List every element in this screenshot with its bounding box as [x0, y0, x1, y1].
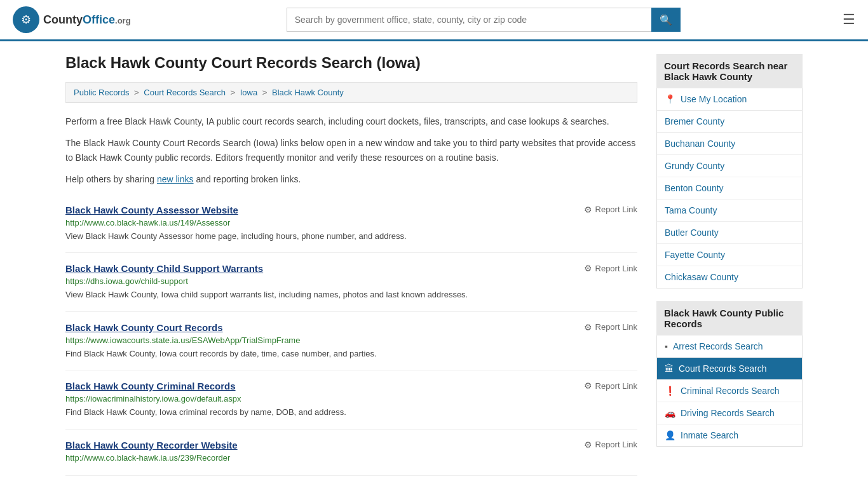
use-location-link[interactable]: 📍 Use My Location	[657, 88, 802, 110]
county-list: Bremer CountyBuchanan CountyGrundy Count…	[656, 111, 803, 288]
record-url: https://www.iowacourts.state.ia.us/ESAWe…	[65, 336, 637, 345]
hamburger-icon: ☰	[843, 11, 855, 27]
report-link[interactable]: ⚙ Report Link	[584, 322, 637, 332]
public-records-list: ▪ Arrest Records Search 🏛 Court Records …	[656, 336, 803, 447]
record-desc: View Black Hawk County, Iowa child suppo…	[65, 288, 637, 301]
public-record-item[interactable]: ❗ Criminal Records Search	[657, 380, 802, 402]
breadcrumb: Public Records > Court Records Search > …	[65, 82, 637, 103]
description-2: The Black Hawk County Court Records Sear…	[65, 136, 637, 165]
county-link[interactable]: Fayette County	[657, 244, 802, 266]
page-title: Black Hawk County Court Records Search (…	[65, 54, 637, 72]
report-label: Report Link	[595, 381, 637, 391]
report-link[interactable]: ⚙ Report Link	[584, 205, 637, 215]
site-header: ⚙ CountyOffice.org 🔍 ☰	[0, 0, 868, 41]
record-desc: Find Black Hawk County, Iowa court recor…	[65, 348, 637, 360]
breadcrumb-black-hawk[interactable]: Black Hawk County	[272, 88, 344, 97]
public-record-item[interactable]: 👤 Inmate Search	[657, 424, 802, 446]
public-record-link[interactable]: ▪ Arrest Records Search	[657, 336, 802, 357]
record-item: Black Hawk County Court Records ⚙ Report…	[65, 312, 637, 371]
record-desc: Find Black Hawk County, Iowa criminal re…	[65, 406, 637, 419]
report-link[interactable]: ⚙ Report Link	[584, 381, 637, 391]
record-url: https://iowacriminalhistory.iowa.gov/def…	[65, 394, 637, 403]
county-link[interactable]: Bremer County	[657, 111, 802, 132]
public-record-item[interactable]: ▪ Arrest Records Search	[657, 336, 802, 358]
record-item: Black Hawk County Criminal Records ⚙ Rep…	[65, 370, 637, 430]
public-record-link[interactable]: 👤 Inmate Search	[657, 424, 802, 446]
record-desc: View Black Hawk County Assessor home pag…	[65, 230, 637, 243]
county-list-item[interactable]: Benton County	[657, 177, 802, 200]
breadcrumb-iowa[interactable]: Iowa	[240, 88, 257, 97]
search-area: 🔍	[287, 8, 681, 32]
report-icon: ⚙	[584, 440, 592, 450]
sidebar-item-icon: ▪	[665, 341, 668, 351]
sidebar-item-icon: ❗	[665, 386, 675, 396]
county-link[interactable]: Tama County	[657, 200, 802, 221]
record-url: http://www.co.black-hawk.ia.us/149/Asses…	[65, 218, 637, 227]
public-record-link[interactable]: 🚗 Driving Records Search	[657, 402, 802, 424]
main-container: Black Hawk County Court Records Search (…	[53, 41, 815, 488]
nearby-title: Court Records Search near Black Hawk Cou…	[656, 54, 803, 88]
public-record-label: Criminal Records Search	[681, 386, 780, 396]
county-link[interactable]: Chickasaw County	[657, 266, 802, 288]
breadcrumb-public-records[interactable]: Public Records	[74, 88, 129, 97]
report-label: Report Link	[595, 322, 637, 332]
record-item: Black Hawk County Child Support Warrants…	[65, 253, 637, 312]
breadcrumb-sep3: >	[262, 88, 269, 97]
public-record-label: Court Records Search	[679, 363, 767, 374]
menu-button[interactable]: ☰	[843, 11, 855, 28]
sidebar-item-icon: 🏛	[665, 363, 674, 374]
county-list-item[interactable]: Chickasaw County	[657, 266, 802, 288]
breadcrumb-court-records[interactable]: Court Records Search	[144, 88, 226, 97]
public-record-label: Arrest Records Search	[673, 341, 763, 351]
county-list-item[interactable]: Tama County	[657, 200, 802, 222]
public-record-link[interactable]: 🏛 Court Records Search	[657, 358, 802, 379]
use-location-label: Use My Location	[681, 94, 747, 104]
public-record-label: Driving Records Search	[681, 408, 775, 418]
county-link[interactable]: Grundy County	[657, 155, 802, 177]
breadcrumb-sep1: >	[134, 88, 141, 97]
public-records-section: Black Hawk County Public Records ▪ Arres…	[656, 301, 803, 447]
county-link[interactable]: Benton County	[657, 177, 802, 199]
county-list-item[interactable]: Buchanan County	[657, 133, 802, 155]
record-title[interactable]: Black Hawk County Criminal Records	[65, 381, 236, 391]
search-input[interactable]	[287, 8, 651, 32]
report-icon: ⚙	[584, 322, 592, 332]
public-record-item[interactable]: 🏛 Court Records Search	[657, 358, 802, 380]
public-record-link[interactable]: ❗ Criminal Records Search	[657, 380, 802, 402]
sidebar: Court Records Search near Black Hawk Cou…	[656, 54, 803, 476]
record-title[interactable]: Black Hawk County Court Records	[65, 322, 223, 333]
county-link[interactable]: Buchanan County	[657, 133, 802, 154]
record-item: Black Hawk County Recorder Website ⚙ Rep…	[65, 430, 637, 476]
nearby-county-list: 📍 Use My Location	[656, 88, 803, 111]
report-label: Report Link	[595, 205, 637, 214]
location-icon: 📍	[665, 94, 675, 104]
public-record-item[interactable]: 🚗 Driving Records Search	[657, 402, 802, 424]
county-list-item[interactable]: Butler County	[657, 222, 802, 244]
record-title[interactable]: Black Hawk County Recorder Website	[65, 440, 238, 451]
record-title[interactable]: Black Hawk County Child Support Warrants	[65, 263, 263, 274]
report-label: Report Link	[595, 264, 637, 273]
search-button[interactable]: 🔍	[651, 8, 681, 32]
content-area: Black Hawk County Court Records Search (…	[65, 54, 637, 476]
description-1: Perform a free Black Hawk County, IA pub…	[65, 114, 637, 128]
report-link[interactable]: ⚙ Report Link	[584, 263, 637, 273]
description-3: Help others by sharing new links and rep…	[65, 172, 637, 186]
logo-area: ⚙ CountyOffice.org	[13, 6, 131, 33]
county-list-item[interactable]: Grundy County	[657, 155, 802, 177]
record-url: https://dhs.iowa.gov/child-support	[65, 276, 637, 286]
public-records-title: Black Hawk County Public Records	[656, 301, 803, 336]
report-icon: ⚙	[584, 381, 592, 391]
report-icon: ⚙	[584, 205, 592, 215]
county-list-item[interactable]: Fayette County	[657, 244, 802, 266]
report-link[interactable]: ⚙ Report Link	[584, 440, 637, 450]
county-list-item[interactable]: Bremer County	[657, 111, 802, 133]
use-location-item[interactable]: 📍 Use My Location	[657, 88, 802, 110]
county-link[interactable]: Butler County	[657, 222, 802, 243]
logo-text: CountyOffice.org	[43, 13, 131, 27]
nearby-section: Court Records Search near Black Hawk Cou…	[656, 54, 803, 288]
sidebar-item-icon: 👤	[665, 430, 675, 440]
new-links-link[interactable]: new links	[157, 174, 194, 184]
record-title[interactable]: Black Hawk County Assessor Website	[65, 205, 238, 215]
records-list: Black Hawk County Assessor Website ⚙ Rep…	[65, 194, 637, 476]
logo-icon: ⚙	[13, 6, 39, 33]
